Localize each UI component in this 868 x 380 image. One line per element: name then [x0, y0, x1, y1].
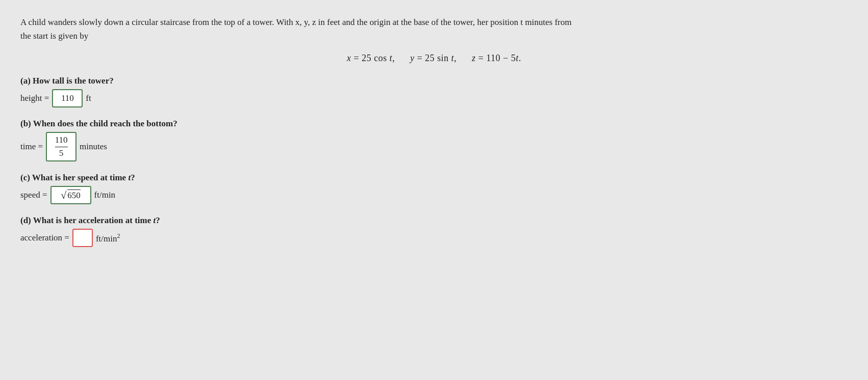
part-b-input[interactable]: 110 5	[46, 132, 76, 161]
fraction-denominator: 5	[59, 148, 64, 158]
part-a-answer-label: height =	[20, 93, 49, 103]
part-b-question: When does the child reach the bottom?	[33, 119, 177, 128]
part-c-answer-row: speed = √ 650 ft/min	[20, 186, 848, 204]
part-a-question: How tall is the tower?	[33, 76, 114, 86]
fraction-numerator: 110	[55, 135, 68, 147]
part-c: (c) What is her speed at time t? speed =…	[20, 173, 848, 204]
part-d-unit: ft/min2	[96, 232, 120, 244]
problem-intro: A child wanders slowly down a circular s…	[20, 15, 581, 43]
part-c-unit: ft/min	[94, 190, 116, 200]
part-d-question: What is her acceleration at time t?	[33, 215, 160, 225]
part-b: (b) When does the child reach the bottom…	[20, 119, 848, 161]
part-b-label: (b) When does the child reach the bottom…	[20, 119, 848, 129]
formula-x: x = 25 cos t,	[347, 53, 395, 63]
sqrt-symbol: √	[61, 190, 66, 200]
part-a: (a) How tall is the tower? height = 110 …	[20, 76, 848, 107]
formula-display: x = 25 cos t, y = 25 sin t, z = 110 − 5t…	[20, 53, 848, 64]
part-a-unit: ft	[86, 93, 91, 103]
part-d-answer-label: acceleration =	[20, 233, 69, 243]
part-b-answer-row: time = 110 5 minutes	[20, 132, 848, 161]
part-d-label: (d) What is her acceleration at time t?	[20, 215, 848, 226]
sqrt-value: 650	[67, 189, 81, 201]
part-c-label: (c) What is her speed at time t?	[20, 173, 848, 183]
part-c-answer-label: speed =	[20, 190, 47, 200]
part-b-unit: minutes	[80, 142, 107, 152]
formula-z: z = 110 − 5t.	[472, 53, 521, 63]
part-a-input[interactable]: 110	[52, 89, 83, 107]
part-c-input[interactable]: √ 650	[50, 186, 91, 204]
part-c-question: What is her speed at time t?	[32, 173, 135, 182]
part-d-answer-row: acceleration = ft/min2	[20, 229, 848, 247]
part-d: (d) What is her acceleration at time t? …	[20, 215, 848, 247]
part-b-answer-label: time =	[20, 142, 43, 152]
part-a-answer-row: height = 110 ft	[20, 89, 848, 107]
part-a-label: (a) How tall is the tower?	[20, 76, 848, 86]
formula-y: y = 25 sin t,	[410, 53, 456, 63]
part-d-input[interactable]	[72, 229, 93, 247]
